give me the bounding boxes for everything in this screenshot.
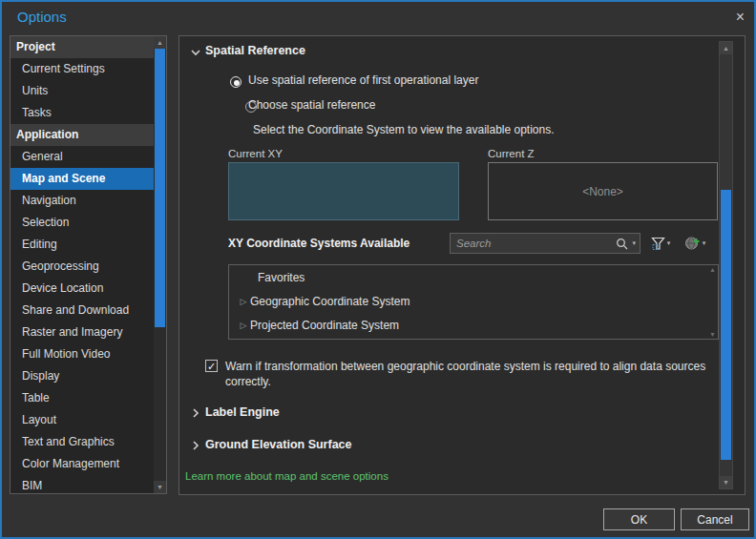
chevron-right-icon[interactable] (192, 441, 200, 450)
section-title-ground-elevation[interactable]: Ground Elevation Surface (205, 438, 352, 451)
radio-use-first-layer[interactable] (230, 76, 242, 88)
scroll-down-icon[interactable]: ▼ (720, 476, 732, 488)
sidebar-item-display[interactable]: Display (10, 365, 154, 387)
xy-available-label: XY Coordinate Systems Available (228, 237, 410, 250)
filter-icon (651, 237, 665, 251)
scroll-up-icon[interactable]: ▲ (154, 36, 166, 49)
filter-caret-icon: ▾ (667, 239, 671, 247)
sidebar-item-raster-and-imagery[interactable]: Raster and Imagery (10, 321, 154, 343)
scroll-up-icon[interactable]: ▲ (720, 42, 732, 54)
sidebar-item-table[interactable]: Table (10, 387, 154, 409)
main-scrollbar[interactable]: ▲ ▼ (719, 41, 733, 489)
coordinate-system-hint: Select the Coordinate System to view the… (253, 123, 555, 136)
sidebar-item-current-settings[interactable]: Current Settings (10, 58, 154, 80)
globe-caret-icon: ▾ (703, 239, 706, 247)
list-item-label: Projected Coordinate System (250, 319, 399, 332)
sidebar-group-application: Application (10, 124, 154, 146)
globe-plus-icon (684, 236, 701, 251)
sidebar-item-layout[interactable]: Layout (10, 409, 154, 431)
sidebar-scrollbar[interactable]: ▲ ▼ (154, 36, 166, 493)
search-caret-icon[interactable]: ▾ (628, 239, 640, 247)
list-item-geographic[interactable]: ▷ Geographic Coordinate System (229, 289, 718, 313)
warn-checkbox[interactable]: ✓ (205, 360, 218, 372)
sidebar-item-full-motion-video[interactable]: Full Motion Video (10, 343, 154, 365)
sidebar: Project Current Settings Units Tasks App… (10, 35, 167, 494)
expand-icon[interactable]: ▷ (237, 321, 250, 330)
scroll-down-icon[interactable]: ▼ (154, 481, 166, 493)
chevron-right-icon[interactable] (192, 408, 200, 418)
sidebar-item-text-and-graphics[interactable]: Text and Graphics (10, 431, 154, 453)
search-icon[interactable] (616, 238, 628, 250)
main-scrollbar-thumb[interactable] (721, 190, 731, 460)
options-dialog: Options × Project Current Settings Units… (0, 0, 756, 539)
warn-checkbox-label[interactable]: Warn if transformation between geographi… (225, 359, 729, 389)
list-item-projected[interactable]: ▷ Projected Coordinate System (229, 313, 718, 337)
list-item-label: Geographic Coordinate System (250, 295, 410, 308)
checkmark-icon: ✓ (207, 361, 216, 372)
search-input[interactable] (451, 238, 616, 249)
current-xy-label: Current XY (228, 148, 283, 159)
sidebar-item-editing[interactable]: Editing (10, 234, 154, 256)
sidebar-item-share-and-download[interactable]: Share and Download (10, 300, 154, 321)
section-title-label-engine[interactable]: Label Engine (205, 405, 280, 419)
sidebar-item-color-management[interactable]: Color Management (10, 453, 154, 475)
ok-button[interactable]: OK (603, 508, 675, 530)
sidebar-item-map-and-scene[interactable]: Map and Scene (10, 168, 154, 190)
expand-icon[interactable]: ▷ (237, 297, 250, 306)
sidebar-item-navigation[interactable]: Navigation (10, 190, 154, 212)
sidebar-item-device-location[interactable]: Device Location (10, 278, 154, 300)
sidebar-item-general[interactable]: General (10, 146, 154, 168)
sidebar-nav: Project Current Settings Units Tasks App… (10, 36, 154, 493)
search-box[interactable]: ▾ (450, 233, 640, 254)
current-z-label: Current Z (488, 148, 535, 159)
current-z-value: <None> (582, 185, 623, 198)
sidebar-item-geoprocessing[interactable]: Geoprocessing (10, 256, 154, 278)
sidebar-item-bim[interactable]: BIM (10, 475, 154, 493)
current-z-box[interactable]: <None> (488, 162, 718, 220)
coordinate-system-list: Favorites ▷ Geographic Coordinate System… (228, 264, 719, 340)
sidebar-item-tasks[interactable]: Tasks (10, 102, 154, 124)
sidebar-scrollbar-thumb[interactable] (155, 49, 165, 327)
sidebar-item-selection[interactable]: Selection (10, 212, 154, 234)
main-panel: Spatial Reference Use spatial reference … (178, 35, 746, 495)
add-coordinate-system-button[interactable]: ▾ (678, 232, 712, 255)
close-icon[interactable]: × (736, 10, 745, 25)
radio-use-first-layer-label[interactable]: Use spatial reference of first operation… (248, 73, 478, 87)
chevron-down-icon[interactable] (191, 49, 200, 56)
current-xy-box[interactable] (228, 162, 459, 220)
filter-button[interactable]: ▾ (645, 232, 676, 255)
sidebar-item-units[interactable]: Units (10, 80, 154, 102)
section-title-spatial-reference[interactable]: Spatial Reference (205, 44, 305, 57)
list-scroll-up-icon[interactable]: ▲ (709, 266, 716, 273)
list-scroll-down-icon[interactable]: ▼ (709, 331, 716, 338)
cancel-button[interactable]: Cancel (681, 508, 749, 530)
sidebar-group-project: Project (10, 36, 154, 58)
list-item-favorites[interactable]: Favorites (229, 265, 718, 289)
radio-choose-spatial-reference-label[interactable]: Choose spatial reference (248, 98, 375, 112)
learn-more-link[interactable]: Learn more about map and scene options (185, 470, 388, 482)
list-item-label: Favorites (258, 271, 304, 284)
dialog-title: Options (17, 9, 67, 25)
